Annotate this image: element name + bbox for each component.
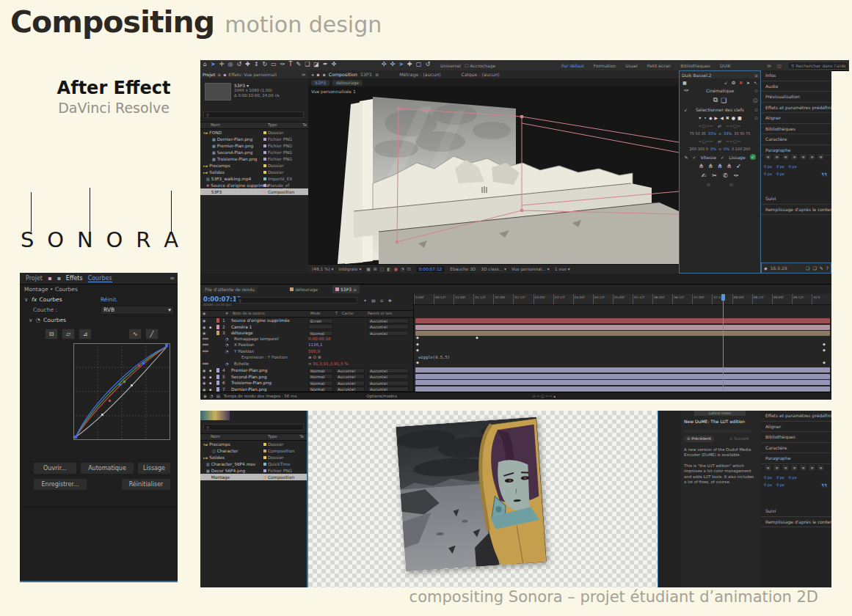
world-axis-icon[interactable]: ✚ [407,61,412,67]
scroll-left-icon[interactable]: ◂ [311,72,313,77]
comp-tab-detourage[interactable]: détourage [332,80,363,86]
view-axis-icon[interactable]: ▢ [416,61,422,67]
project-item-premier-plan[interactable]: ▦ Premier-Plan.png Fichier PNG [200,142,308,149]
keyframe-icon[interactable]: ◆ [416,348,419,352]
timeline-search-input[interactable]: ⚲ [236,297,357,304]
column-trkmat[interactable]: T [335,311,338,315]
property-name[interactable]: Remappage temporel [234,337,278,341]
project-item-solides[interactable]: ▸▰ Solides Dossier [200,169,308,175]
velocity-in-field[interactable]: 0% [710,147,716,151]
tab-effets-vue[interactable]: Effets: Vue personnalisée 1 [228,72,277,77]
label-color-swatch[interactable] [263,450,266,452]
check-icon[interactable]: ✓ [692,155,696,160]
layer-bar[interactable] [415,325,830,330]
duik-brush-icon[interactable]: ✑ [684,87,689,94]
column-type[interactable]: Type [268,122,277,127]
curve-draw-icon[interactable]: ⊟ [45,329,58,340]
panel-menu-icon[interactable]: ≡ [170,275,175,282]
fast-previews-button[interactable]: Ébauche 3D [450,267,476,271]
project-item-walking[interactable]: ▥ 53P3_walking.mp4 Importé_EX [200,175,308,182]
panel-overflow-icon[interactable]: ≫ [302,72,306,77]
tab-render-queue[interactable]: File d'attente de rendu [202,285,258,293]
magnification-select[interactable]: (48,1 %) ▾ [312,267,334,271]
tab-composition-name[interactable]: 53P3 [360,72,372,77]
layer-name[interactable]: Second-Plan.png [231,375,267,379]
shy-icon[interactable]: ≡ [380,298,384,303]
property-name[interactable]: Échelle [234,362,249,366]
tab-projet[interactable]: Projet [26,275,43,282]
transparency-grid-icon[interactable]: ◧ [387,267,390,271]
window2-icon[interactable]: ❑ [812,265,816,271]
align-left-icon[interactable]: ≡ [764,153,772,161]
layer-premier-plan[interactable]: ◉ ▪ 4 Premier-Plan.png Normal Aucun(e) A… [200,367,413,374]
column-ta[interactable]: Ta [299,434,304,439]
panel-item-aligner[interactable]: Aligner [761,422,831,433]
justify-last-left-icon[interactable]: ≡ [790,153,798,161]
layer-color-swatch[interactable] [216,381,219,385]
tab-courbes[interactable]: Courbes [88,275,112,282]
stopwatch-icon[interactable]: ◔ [225,342,228,347]
region-of-interest-icon[interactable]: ▢ [380,267,384,271]
wiggle-icon[interactable]: ✍ [702,172,707,179]
ease-in-field[interactable]: 33% [708,131,716,136]
panel-item-infos[interactable]: Infos [761,70,831,81]
project-item-montage-selected[interactable]: ◫ Montage Composition [200,474,307,480]
blend-mode-select[interactable]: Écran [308,318,333,323]
blend-mode-select[interactable]: Normal [308,368,333,373]
snapshot-icon[interactable]: ⊡ [407,267,411,271]
panel-menu-icon[interactable]: ≡ [353,287,357,292]
pan-camera-tool-icon[interactable]: ✚ [245,61,250,67]
property-row-expression[interactable]: Expression : Y Position ≡ ⊙ ⊗ [200,355,413,362]
project-item-solides[interactable]: ▸▰ Solides Dossier [200,454,307,461]
lock-icon[interactable]: ▪ [322,72,325,77]
panel-item-audio[interactable]: Audio [761,81,831,92]
panel-menu-icon[interactable]: ≡ [375,72,379,77]
column-ta[interactable]: Ta [302,122,307,127]
justify-last-center-icon[interactable]: ≡ [799,464,807,472]
spring-icon[interactable]: ➶ [736,163,741,169]
universel-dropdown[interactable]: Universel [440,63,461,68]
leg-rig-icon[interactable]: ⋔ [727,163,732,169]
curve-box-icon[interactable]: ▱ [62,329,75,340]
arm-rig-icon[interactable]: ⋔ [718,163,723,169]
blend-mode-select[interactable]: Normal [308,381,333,386]
mask-visibility-icon[interactable]: ⊞ [374,267,377,271]
workspace-formation[interactable]: Formation [594,63,616,68]
keyframe-nav-icon[interactable]: ◀◆▶ [202,342,209,346]
resolution-select[interactable]: Intégrale ▾ [339,267,362,271]
tab-composition[interactable]: Composition [329,72,357,77]
timeline-graph-area[interactable]: 0:00f00:12f01:00f01:12f02:00f02:12f03:00… [413,294,831,400]
window-icon[interactable]: ❑ [806,265,809,271]
project-search-input[interactable]: ⚲ [203,111,304,118]
keyframe-icon[interactable]: ◆ [416,336,419,340]
duik-delete-icon[interactable]: ✖ [739,80,743,85]
eraser-tool-icon[interactable]: ◪ [313,61,319,67]
paragraph-direction-icon[interactable]: ¶¶ [821,483,827,488]
expression-icons[interactable]: ≡ ⊙ ⊗ [308,355,321,359]
help-search-input[interactable]: ⚲ Rechercher dans l'aide [787,62,849,70]
layer-color-swatch[interactable] [216,368,219,373]
keyframe-nav-icon[interactable]: ◀◆▶ [202,362,209,365]
layer-color-swatch[interactable] [216,375,219,379]
property-row-x-position[interactable]: ◀◆▶ ◔ X Position 1136,1 [200,342,413,349]
layer-bar[interactable] [415,374,830,379]
kf-dot-icon[interactable]: • [704,115,707,120]
paragraph-direction-icon[interactable]: ¶¶ [821,172,827,177]
layer-bar[interactable] [415,386,830,392]
justify-last-right-icon[interactable]: ≡ [808,153,816,161]
layer-color-swatch[interactable] [216,331,219,335]
hand-tool-icon[interactable]: ✛ [219,61,225,67]
motion-blur-icon[interactable]: ✚ [388,298,392,303]
label-color-swatch[interactable] [263,158,266,161]
shape-tool-icon[interactable]: ▭ [271,61,277,67]
selected-comp-name[interactable]: 53P3 ▾ [234,83,280,88]
kf-diamond-icon[interactable]: ◆ [709,115,713,120]
pen-icon[interactable]: ✎ [684,155,688,160]
duik-link-icon[interactable]: ➶ [724,80,728,85]
lissage-label[interactable]: Lissage [729,155,745,160]
panel-menu-icon[interactable]: ≡ [217,72,221,77]
comp-tab-53p3[interactable]: 53P3 [311,80,329,86]
velocity-out-field[interactable]: 0% [724,147,729,151]
workspace-petit-ecran[interactable]: Petit écran [647,63,671,68]
home-icon[interactable]: ⌂ [203,61,207,67]
